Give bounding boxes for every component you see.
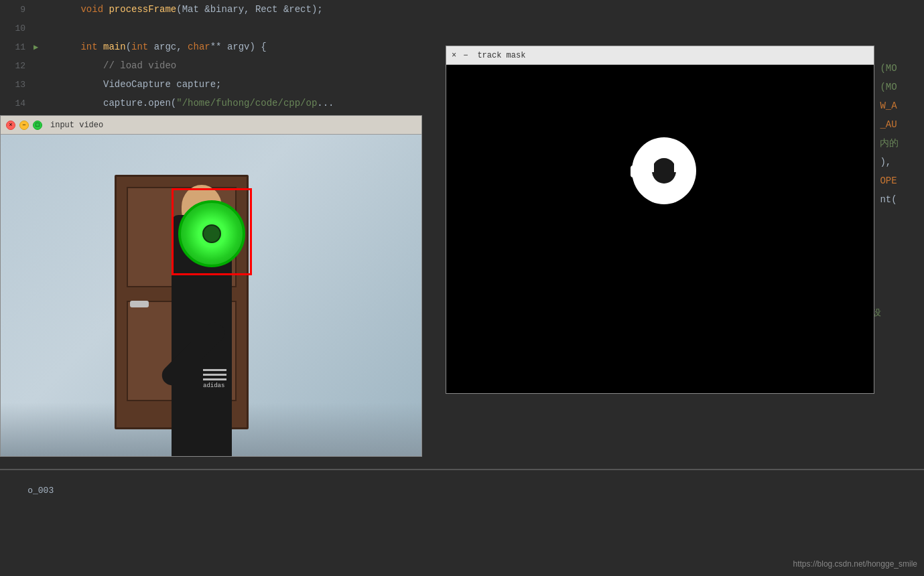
svg-rect-5 (681, 167, 696, 177)
input-video-title: input video (50, 121, 103, 130)
minimize-button[interactable]: − (19, 121, 29, 130)
track-mask-close-btn[interactable]: × (452, 51, 456, 60)
track-mask-titlebar: × − track mask (446, 46, 874, 65)
track-mask-title: track mask (477, 51, 525, 60)
video-content: adidas (1, 135, 421, 456)
input-video-window[interactable]: × − □ input video (0, 115, 422, 457)
door-handle (130, 301, 149, 307)
track-mask-window[interactable]: × − track mask (446, 46, 874, 394)
track-mask-min-btn[interactable]: − (463, 51, 468, 60)
svg-rect-4 (631, 165, 647, 177)
svg-point-1 (652, 158, 676, 184)
close-button[interactable]: × (6, 121, 15, 130)
detection-bounding-box (172, 188, 252, 275)
csdn-watermark: https://blog.csdn.net/hongge_smile (793, 559, 917, 569)
terminal-line: o_003 (0, 470, 924, 508)
mask-shape (627, 132, 701, 212)
maximize-button[interactable]: □ (33, 121, 42, 130)
bottom-panel: o_003 (0, 469, 924, 576)
mask-content (446, 65, 874, 393)
code-line-9: 9 void processFrame(Mat &binary, Rect &r… (0, 0, 924, 19)
input-video-titlebar: × − □ input video (1, 116, 421, 135)
mask-svg (627, 132, 701, 212)
